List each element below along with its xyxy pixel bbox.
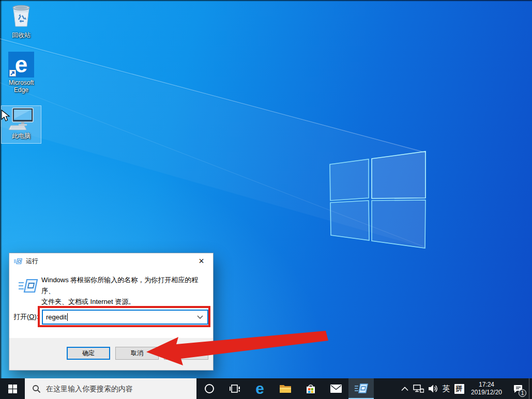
desktop-icon-label: 回收站 <box>12 32 31 39</box>
windows-logo-icon <box>8 385 17 393</box>
mail-icon <box>330 385 342 393</box>
tray-volume[interactable] <box>425 378 440 399</box>
tray-hidden-icons-chevron[interactable] <box>399 378 411 399</box>
tray-language-indicator[interactable]: 英 <box>440 378 452 399</box>
tray-network[interactable] <box>411 378 425 399</box>
run-icon <box>14 258 22 265</box>
show-desktop-button[interactable] <box>529 378 532 399</box>
desktop-icon-label: Microsoft Edge <box>9 79 34 94</box>
this-pc-icon <box>7 107 36 131</box>
run-dialog-titlebar[interactable]: 运行 × <box>9 253 213 269</box>
windows-logo <box>330 151 425 248</box>
run-dialog-title: 运行 <box>26 257 190 266</box>
annotation-highlight-box <box>38 306 210 327</box>
ok-button[interactable]: 确定 <box>67 347 110 360</box>
taskbar-item-task-view[interactable] <box>222 378 247 399</box>
run-icon <box>355 383 368 394</box>
ime-pinyin-icon: 拼 <box>454 384 464 394</box>
tray-action-center[interactable]: 1 <box>507 378 529 399</box>
open-label: 打开(O): <box>13 312 38 321</box>
tray-clock[interactable]: 17:24 2019/12/20 <box>466 378 507 399</box>
clock-date: 2019/12/20 <box>471 389 502 396</box>
recycle-bin-icon <box>10 2 33 30</box>
taskbar-item-run-active[interactable] <box>348 378 374 399</box>
store-icon <box>305 383 316 394</box>
edge-icon: e <box>255 381 264 396</box>
taskbar-item-store[interactable] <box>298 378 323 399</box>
edge-icon: e <box>8 52 34 78</box>
browse-button[interactable]: 浏览(B)... <box>164 347 208 360</box>
cortana-icon <box>204 383 215 394</box>
taskbar-item-cortana[interactable] <box>196 378 222 399</box>
taskbar-item-mail[interactable] <box>323 378 348 399</box>
taskbar-item-file-explorer[interactable] <box>272 378 298 399</box>
run-dialog-description: Windows 将根据你所输入的名称，为你打开相应的程序、 文件夹、文档或 In… <box>41 274 208 307</box>
taskbar-search-box[interactable] <box>25 378 196 399</box>
taskbar-item-edge[interactable]: e <box>247 378 272 399</box>
volume-icon <box>428 384 438 393</box>
chevron-up-icon <box>401 387 408 391</box>
edge-glyph: e <box>15 53 27 76</box>
desktop-icon-microsoft-edge[interactable]: e Microsoft Edge <box>1 52 41 94</box>
taskbar-spacer <box>374 378 399 399</box>
search-input[interactable] <box>46 385 180 393</box>
taskbar: e <box>0 378 532 399</box>
task-view-icon <box>229 383 240 394</box>
run-icon <box>19 278 38 294</box>
run-dialog-footer: 确定 取消 浏览(B)... <box>9 338 213 370</box>
mouse-cursor <box>1 110 10 122</box>
cancel-button[interactable]: 取消 <box>115 347 159 360</box>
desktop-icon-label: 此电脑 <box>12 132 31 140</box>
shortcut-arrow-icon <box>9 70 16 76</box>
notification-badge: 1 <box>519 389 526 397</box>
system-tray: 英 拼 17:24 2019/12/20 1 <box>399 378 532 399</box>
file-explorer-icon <box>279 383 292 394</box>
tray-ime-mode[interactable]: 拼 <box>452 378 466 399</box>
close-icon[interactable]: × <box>190 253 213 269</box>
clock-time: 17:24 <box>479 381 494 389</box>
search-icon <box>32 385 41 393</box>
ethernet-network-icon <box>413 384 424 393</box>
start-button[interactable] <box>0 378 25 399</box>
desktop-icon-recycle-bin[interactable]: 回收站 <box>1 2 41 39</box>
